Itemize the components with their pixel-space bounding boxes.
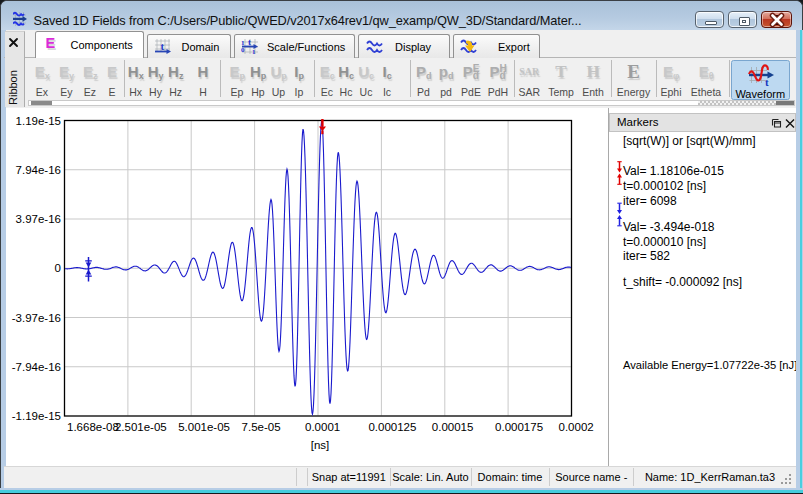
svg-text:7.94e-16: 7.94e-16 <box>16 164 61 176</box>
svg-text:5.001e-05: 5.001e-05 <box>178 421 230 433</box>
svg-text:2.501e-05: 2.501e-05 <box>115 421 167 433</box>
svg-text:3.97e-16: 3.97e-16 <box>16 213 61 225</box>
svg-text:7.5e-05: 7.5e-05 <box>242 421 281 433</box>
svg-text:1.668e-08: 1.668e-08 <box>67 421 119 433</box>
svg-text:0.000125: 0.000125 <box>368 421 416 433</box>
svg-text:0.0002: 0.0002 <box>559 421 594 433</box>
svg-text:1.19e-15: 1.19e-15 <box>16 115 61 127</box>
svg-text:0.000175: 0.000175 <box>495 421 543 433</box>
svg-text:0.0001: 0.0001 <box>305 421 340 433</box>
svg-text:0: 0 <box>55 262 61 274</box>
svg-text:[ns]: [ns] <box>311 439 330 451</box>
svg-text:-1.19e-15: -1.19e-15 <box>12 410 61 422</box>
svg-text:-3.97e-16: -3.97e-16 <box>12 312 61 324</box>
svg-text:-7.94e-16: -7.94e-16 <box>12 361 61 373</box>
svg-text:0.00015: 0.00015 <box>432 421 474 433</box>
